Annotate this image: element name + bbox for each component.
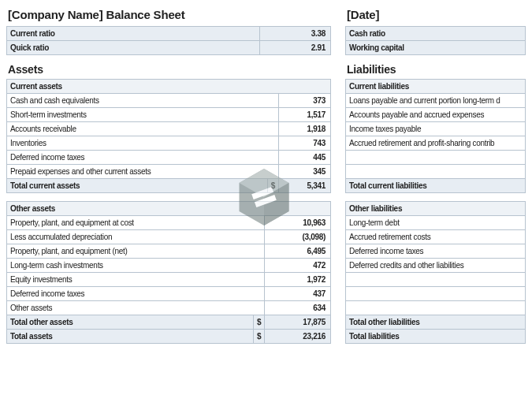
asset-row-value: 345	[279, 165, 331, 179]
asset-row-label: Cash and cash equivalents	[7, 94, 279, 108]
assets-current-table: Current assets Cash and cash equivalents…	[6, 79, 331, 193]
asset-row-label: Long-term cash investments	[7, 259, 265, 273]
liability-row-label: Long-term debt	[346, 216, 526, 230]
asset-row-value: 1,972	[265, 273, 331, 287]
liabilities-other-table: Other liabilities Long-term debt Accrued…	[345, 201, 526, 344]
liability-row-label: Deferred income taxes	[346, 244, 526, 259]
asset-row-label: Other assets	[7, 301, 265, 315]
asset-row-value: 1,918	[279, 122, 331, 136]
liabilities-heading: Liabilities	[345, 55, 526, 79]
assets-other-table: Other assets Property, plant, and equipm…	[6, 201, 331, 344]
ratio-label: Quick ratio	[7, 41, 260, 55]
liability-row-blank	[346, 301, 526, 315]
total-assets-value: 23,216	[265, 330, 331, 344]
currency-symbol: $	[267, 179, 278, 193]
asset-row-label: Inventories	[7, 136, 279, 151]
liability-row-label: Income taxes payable	[346, 122, 526, 136]
total-liabilities-label: Total liabilities	[346, 330, 526, 344]
ratio-label: Current ratio	[7, 27, 260, 41]
asset-row-label: Deferred income taxes	[7, 287, 265, 301]
asset-row-value: (3,098)	[265, 230, 331, 244]
total-current-assets-value: 5,341	[279, 179, 331, 193]
asset-row-label: Equity investments	[7, 273, 265, 287]
ratio-value: 3.38	[259, 27, 330, 41]
asset-row-label: Less accumulated depreciation	[7, 230, 265, 244]
asset-row-value: 6,495	[265, 244, 331, 259]
ratios-right-table: Cash ratio Working capital	[345, 26, 526, 55]
assets-heading: Assets	[6, 55, 331, 79]
ratios-left-table: Current ratio3.38 Quick ratio2.91	[6, 26, 331, 55]
asset-row-label: Deferred income taxes	[7, 151, 279, 165]
liability-row-label: Deferred credits and other liabilities	[346, 259, 526, 273]
total-other-assets-value: 17,875	[265, 315, 331, 330]
liabilities-current-table: Current liabilities Loans payable and cu…	[345, 79, 526, 193]
asset-row-label: Accounts receivable	[7, 122, 279, 136]
currency-symbol: $	[253, 330, 264, 344]
asset-row-value: 634	[265, 301, 331, 315]
liability-row-blank	[346, 273, 526, 287]
company-title: [Company Name] Balance Sheet	[6, 5, 331, 26]
asset-row-label: Property, plant, and equipment at cost	[7, 216, 265, 230]
asset-row-value: 1,517	[279, 108, 331, 122]
asset-row-value: 743	[279, 136, 331, 151]
asset-row-value: 445	[279, 151, 331, 165]
current-liabilities-head: Current liabilities	[346, 80, 526, 94]
liability-row-label: Loans payable and current portion long-t…	[346, 94, 526, 108]
liability-row-label: Accrued retirement costs	[346, 230, 526, 244]
asset-row-label: Prepaid expenses and other current asset…	[7, 165, 279, 179]
total-current-assets-label: Total current assets	[7, 179, 268, 193]
other-liabilities-head: Other liabilities	[346, 202, 526, 216]
liability-row-blank	[346, 151, 526, 165]
liability-row-blank	[346, 165, 526, 179]
asset-row-value: 373	[279, 94, 331, 108]
asset-row-label: Short-term investments	[7, 108, 279, 122]
asset-row-value: 10,963	[265, 216, 331, 230]
current-assets-head: Current assets	[7, 80, 331, 94]
liability-row-label: Accrued retirement and profit-sharing co…	[346, 136, 526, 151]
date-title: [Date]	[345, 5, 526, 26]
liability-row-label: Accounts payable and accrued expenses	[346, 108, 526, 122]
total-other-assets-label: Total other assets	[7, 315, 254, 330]
total-assets-label: Total assets	[7, 330, 254, 344]
ratio-label: Working capital	[346, 41, 526, 55]
total-other-liabilities-label: Total other liabilities	[346, 315, 526, 330]
asset-row-value: 437	[265, 287, 331, 301]
asset-row-label: Property, plant, and equipment (net)	[7, 244, 265, 259]
liability-row-blank	[346, 287, 526, 301]
asset-row-value: 472	[265, 259, 331, 273]
ratio-label: Cash ratio	[346, 27, 526, 41]
currency-symbol: $	[253, 315, 264, 330]
total-current-liabilities-label: Total current liabilities	[346, 179, 526, 193]
other-assets-head: Other assets	[7, 202, 331, 216]
ratio-value: 2.91	[259, 41, 330, 55]
